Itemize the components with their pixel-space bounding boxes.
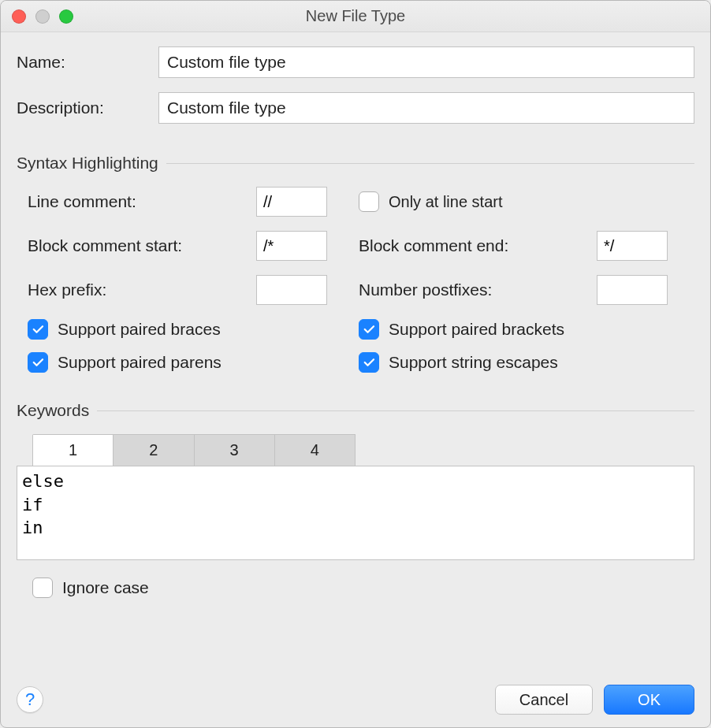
- only-line-start-label: Only at line start: [389, 193, 503, 211]
- block-start-label: Block comment start:: [28, 236, 256, 255]
- syntax-header: Syntax Highlighting: [17, 154, 694, 173]
- ok-button[interactable]: OK: [604, 685, 694, 715]
- number-postfixes-label: Number postfixes:: [359, 280, 587, 299]
- divider: [97, 410, 694, 411]
- line-comment-input[interactable]: [256, 187, 327, 217]
- keywords-tab-2[interactable]: 2: [114, 435, 194, 466]
- name-row: Name:: [17, 46, 694, 78]
- number-postfixes-input[interactable]: [597, 275, 668, 305]
- paired-parens-checkbox[interactable]: [28, 352, 48, 373]
- ignore-case-label: Ignore case: [62, 578, 149, 597]
- paired-brackets-label: Support paired brackets: [389, 320, 564, 339]
- block-start-input[interactable]: [256, 231, 327, 261]
- help-button[interactable]: ?: [17, 686, 43, 713]
- keywords-textarea[interactable]: [17, 466, 694, 560]
- name-label: Name:: [17, 53, 158, 72]
- description-input[interactable]: [158, 92, 694, 124]
- keywords-header: Keywords: [17, 401, 694, 420]
- only-line-start-checkbox[interactable]: [359, 191, 379, 212]
- string-escapes-checkbox[interactable]: [359, 352, 379, 373]
- dialog-content: Name: Description: Syntax Highlighting L…: [1, 32, 710, 727]
- paired-braces-label: Support paired braces: [58, 320, 221, 339]
- keywords-tab-3[interactable]: 3: [195, 435, 275, 466]
- keywords-tab-4[interactable]: 4: [275, 435, 355, 466]
- hex-prefix-label: Hex prefix:: [28, 280, 256, 299]
- string-escapes-label: Support string escapes: [389, 353, 558, 372]
- dialog-footer: ? Cancel OK: [17, 669, 694, 715]
- block-end-label: Block comment end:: [359, 236, 587, 255]
- keywords-tab-1[interactable]: 1: [33, 435, 114, 466]
- window-title: New File Type: [1, 7, 710, 25]
- name-input[interactable]: [158, 46, 694, 78]
- description-row: Description:: [17, 92, 694, 124]
- paired-braces-checkbox[interactable]: [28, 319, 48, 340]
- hex-prefix-input[interactable]: [256, 275, 327, 305]
- keywords-tabs: 1 2 3 4: [32, 434, 356, 466]
- syntax-grid: Line comment: Only at line start Block c…: [17, 187, 694, 319]
- divider: [166, 163, 694, 164]
- line-comment-label: Line comment:: [28, 192, 256, 211]
- block-end-input[interactable]: [597, 231, 668, 261]
- paired-brackets-checkbox[interactable]: [359, 319, 379, 340]
- cancel-button[interactable]: Cancel: [495, 685, 593, 715]
- paired-parens-label: Support paired parens: [58, 353, 221, 372]
- syntax-section-title: Syntax Highlighting: [17, 154, 158, 173]
- titlebar: New File Type: [1, 1, 710, 32]
- keywords-section-title: Keywords: [17, 401, 89, 420]
- ignore-case-checkbox[interactable]: [32, 578, 53, 598]
- description-label: Description:: [17, 98, 158, 117]
- dialog-window: New File Type Name: Description: Syntax …: [0, 0, 711, 728]
